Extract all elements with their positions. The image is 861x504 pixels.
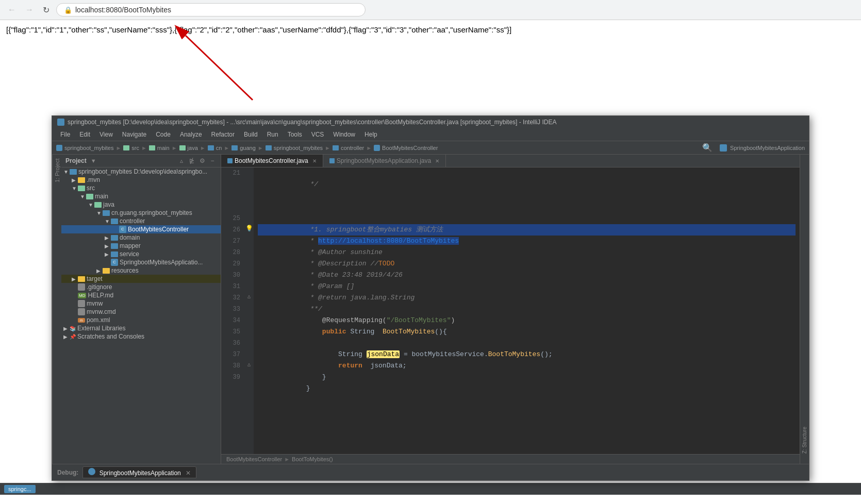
gutter: 💡 △ △ (244, 167, 254, 454)
expand-arrow[interactable]: ▶ (105, 243, 111, 249)
tab-springboot-app[interactable]: SpringbootMybitesApplication.java ✕ (323, 155, 446, 167)
tree-item-main[interactable]: ▼ main (61, 192, 221, 200)
address-bar[interactable]: 🔒 localhost:8080/BootToMybites (56, 3, 366, 16)
tree-item-src[interactable]: ▼ src (61, 184, 221, 192)
expand-arrow[interactable]: ▼ (63, 169, 70, 175)
bottom-breadcrumb-method[interactable]: BootToMybites() (292, 456, 333, 462)
menu-view[interactable]: View (95, 129, 117, 140)
expand-arrow[interactable]: ▶ (63, 326, 70, 331)
expand-arrow[interactable]: ▶ (72, 276, 78, 282)
menu-refactor[interactable]: Refactor (207, 129, 239, 140)
code-content[interactable]: */ *1. springboot整合mybaties 测试方法 * http:… (254, 167, 800, 454)
expand-arrow[interactable]: ▶ (96, 268, 103, 274)
mvnw-label: mvnw (87, 300, 103, 307)
tab-bootmybites-controller[interactable]: BootMybitesController.java ✕ (221, 155, 323, 167)
tree-item-java[interactable]: ▼ java (61, 200, 221, 209)
tree-item-mvn[interactable]: ▶ .mvn (61, 176, 221, 184)
debug-tab-springboot[interactable]: SpringbootMybitesApplication ✕ (82, 466, 196, 478)
expand-arrow[interactable]: ▶ (63, 334, 70, 340)
breadcrumb-springboot[interactable]: springboot_mybites (274, 145, 323, 151)
svg-line-1 (186, 36, 253, 100)
tree-item-package[interactable]: ▼ cn.guang.springboot_mybites (61, 209, 221, 217)
breadcrumb-main[interactable]: main (157, 145, 170, 151)
fold-icon-38[interactable]: △ (245, 360, 253, 368)
pomxml-label: pom.xml (87, 316, 110, 324)
line-num-38: 38 (225, 360, 240, 372)
menu-vcs[interactable]: VCS (307, 129, 328, 140)
line-num-27: 27 (225, 236, 240, 247)
tree-item-root[interactable]: ▼ springboot_mybites D:\develop\idea\spr… (61, 167, 221, 176)
breadcrumb-classname[interactable]: BootMybitesController (382, 145, 438, 151)
menu-run[interactable]: Run (263, 129, 283, 140)
tree-item-mvnwcmd[interactable]: ▶ mvnw.cmd (61, 308, 221, 316)
tab-close-btn[interactable]: ✕ (312, 158, 317, 164)
project-locate-icon[interactable]: ▵ (177, 157, 186, 165)
menu-analyze[interactable]: Analyze (176, 129, 206, 140)
expand-arrow[interactable]: ▶ (72, 177, 78, 183)
tab-app-close-btn[interactable]: ✕ (435, 158, 439, 164)
tree-item-resources[interactable]: ▶ resources (61, 266, 221, 275)
line-num-37: 37 (225, 349, 240, 360)
tree-item-mvnw[interactable]: ▶ mvnw (61, 299, 221, 308)
breadcrumb-guang[interactable]: guang (240, 145, 256, 151)
tree-item-domain[interactable]: ▶ domain (61, 233, 221, 242)
breadcrumb-class-icon (374, 145, 380, 151)
menu-file[interactable]: File (56, 129, 74, 140)
expand-arrow[interactable]: ▼ (72, 186, 78, 191)
tree-item-bootmybites-controller[interactable]: ▶ C BootMybitesController (61, 225, 221, 233)
menu-tools[interactable]: Tools (284, 129, 306, 140)
tree-item-gitignore[interactable]: ▶ .gitignore (61, 283, 221, 291)
expand-arrow[interactable]: ▶ (105, 251, 111, 257)
xml-icon: m (78, 318, 85, 323)
forward-button[interactable]: → (23, 4, 36, 15)
bottom-breadcrumb-class[interactable]: BootMybitesController (226, 456, 282, 462)
back-button[interactable]: ← (5, 4, 19, 15)
tree-item-springboot-app[interactable]: ▶ C SpringbootMybitesApplicatio... (61, 258, 221, 266)
tree-item-ext-libs[interactable]: ▶ 📚 External Libraries (61, 324, 221, 332)
tree-item-target[interactable]: ▶ target (61, 275, 221, 283)
project-collapse-icon[interactable]: ⋭ (188, 157, 196, 165)
breadcrumb-search-icon[interactable]: 🔍 (702, 143, 713, 153)
structure-strip[interactable]: Z: Structure (800, 155, 809, 464)
tree-item-mapper[interactable]: ▶ mapper (61, 242, 221, 250)
tree-item-controller[interactable]: ▼ controller (61, 217, 221, 225)
expand-arrow[interactable]: ▼ (80, 194, 86, 199)
refresh-button[interactable]: ↻ (40, 4, 52, 16)
breadcrumb-java[interactable]: java (188, 145, 198, 151)
breadcrumb-controller[interactable]: controller (341, 145, 364, 151)
resources-icon (103, 268, 110, 274)
menu-build[interactable]: Build (240, 129, 262, 140)
tree-item-helpmd[interactable]: ▶ MD HELP.md (61, 291, 221, 299)
fold-icon-32[interactable]: △ (245, 292, 253, 300)
menu-help[interactable]: Help (360, 129, 382, 140)
project-sidebar-strip[interactable]: 1: Project (52, 155, 61, 464)
debug-label: Debug: (57, 469, 78, 476)
project-settings-icon[interactable]: ⚙ (198, 157, 206, 165)
project-dropdown-arrow[interactable]: ▼ (91, 158, 96, 164)
bulb-icon[interactable]: 💡 (245, 224, 253, 232)
expand-arrow[interactable]: ▶ (105, 235, 111, 241)
menu-edit[interactable]: Edit (75, 129, 94, 140)
breadcrumb-src[interactable]: src (131, 145, 139, 151)
no-arrow: ▶ (72, 293, 78, 298)
tree-item-pomxml[interactable]: ▶ m pom.xml (61, 316, 221, 324)
project-close-icon[interactable]: − (208, 157, 217, 165)
debug-tab-close[interactable]: ✕ (186, 469, 191, 477)
menu-window[interactable]: Window (329, 129, 359, 140)
tree-item-scratches[interactable]: ▶ 📌 Scratches and Consoles (61, 332, 221, 341)
expand-arrow[interactable]: ▼ (105, 219, 111, 224)
menu-code[interactable]: Code (152, 129, 175, 140)
expand-arrow[interactable]: ▼ (96, 210, 103, 216)
project-tree: ▼ springboot_mybites D:\develop\idea\spr… (61, 167, 221, 464)
no-arrow: ▶ (72, 317, 78, 323)
taskbar-app-btn[interactable]: springc... (4, 485, 36, 493)
breadcrumb-module[interactable]: springboot_mybites (64, 145, 113, 151)
tree-item-service[interactable]: ▶ service (61, 250, 221, 258)
expand-arrow[interactable]: ▼ (88, 202, 94, 208)
helpmd-label: HELP.md (88, 292, 113, 299)
line-num-35: 35 (225, 326, 240, 338)
structure-label: Z: Structure (802, 427, 807, 453)
breadcrumb-cn[interactable]: cn (216, 145, 222, 151)
tab-class-icon (227, 158, 233, 163)
menu-navigate[interactable]: Navigate (118, 129, 151, 140)
